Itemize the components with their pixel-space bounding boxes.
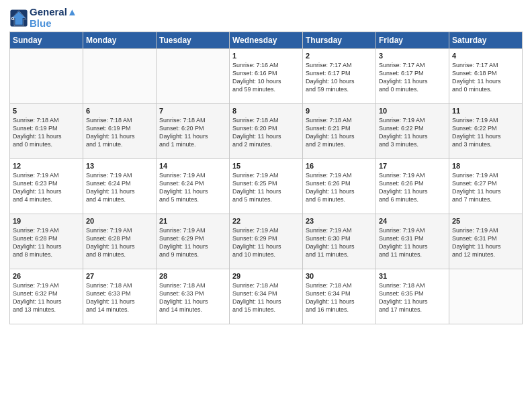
day-number: 13: [86, 162, 153, 170]
calendar-cell: 3Sunrise: 7:17 AM Sunset: 6:17 PM Daylig…: [376, 49, 449, 104]
calendar-header-sunday: Sunday: [10, 32, 83, 49]
calendar-header-row: SundayMondayTuesdayWednesdayThursdayFrid…: [10, 32, 523, 49]
calendar-cell: 22Sunrise: 7:19 AM Sunset: 6:29 PM Dayli…: [230, 214, 303, 269]
day-info: Sunrise: 7:19 AM Sunset: 6:28 PM Dayligh…: [13, 226, 80, 259]
calendar-week-2: 5Sunrise: 7:18 AM Sunset: 6:19 PM Daylig…: [10, 104, 523, 159]
calendar-cell: 30Sunrise: 7:18 AM Sunset: 6:34 PM Dayli…: [303, 269, 376, 324]
calendar-cell: 18Sunrise: 7:19 AM Sunset: 6:27 PM Dayli…: [449, 159, 523, 214]
day-number: 29: [232, 272, 300, 280]
day-info: Sunrise: 7:18 AM Sunset: 6:19 PM Dayligh…: [13, 116, 80, 149]
calendar-header-friday: Friday: [376, 32, 449, 49]
day-info: Sunrise: 7:19 AM Sunset: 6:22 PM Dayligh…: [452, 116, 519, 149]
calendar-cell: 1Sunrise: 7:16 AM Sunset: 6:16 PM Daylig…: [230, 49, 303, 104]
day-number: 8: [232, 107, 300, 115]
calendar-cell: 4Sunrise: 7:17 AM Sunset: 6:18 PM Daylig…: [449, 49, 523, 104]
day-number: 6: [86, 107, 153, 115]
day-number: 11: [452, 107, 519, 115]
day-number: 27: [86, 272, 153, 280]
calendar-week-1: 1Sunrise: 7:16 AM Sunset: 6:16 PM Daylig…: [10, 49, 523, 104]
calendar-cell: 31Sunrise: 7:18 AM Sunset: 6:35 PM Dayli…: [376, 269, 449, 324]
calendar-cell: 12Sunrise: 7:19 AM Sunset: 6:23 PM Dayli…: [10, 159, 83, 214]
calendar-cell: [83, 49, 157, 104]
day-info: Sunrise: 7:19 AM Sunset: 6:29 PM Dayligh…: [159, 226, 226, 259]
day-info: Sunrise: 7:19 AM Sunset: 6:24 PM Dayligh…: [86, 171, 153, 204]
day-number: 3: [379, 52, 446, 60]
day-info: Sunrise: 7:19 AM Sunset: 6:32 PM Dayligh…: [13, 281, 80, 314]
day-number: 31: [379, 272, 446, 280]
svg-text:G: G: [11, 15, 15, 20]
calendar-cell: [449, 269, 523, 324]
calendar-cell: 8Sunrise: 7:18 AM Sunset: 6:20 PM Daylig…: [230, 104, 303, 159]
calendar-cell: 5Sunrise: 7:18 AM Sunset: 6:19 PM Daylig…: [10, 104, 83, 159]
day-info: Sunrise: 7:18 AM Sunset: 6:34 PM Dayligh…: [306, 281, 373, 314]
calendar-cell: 24Sunrise: 7:19 AM Sunset: 6:31 PM Dayli…: [376, 214, 449, 269]
day-number: 16: [306, 162, 373, 170]
calendar-cell: 21Sunrise: 7:19 AM Sunset: 6:29 PM Dayli…: [157, 214, 230, 269]
day-info: Sunrise: 7:19 AM Sunset: 6:25 PM Dayligh…: [232, 171, 300, 204]
day-number: 7: [159, 107, 226, 115]
day-info: Sunrise: 7:19 AM Sunset: 6:24 PM Dayligh…: [159, 171, 226, 204]
calendar-cell: 7Sunrise: 7:18 AM Sunset: 6:20 PM Daylig…: [157, 104, 230, 159]
calendar-cell: 28Sunrise: 7:18 AM Sunset: 6:33 PM Dayli…: [157, 269, 230, 324]
calendar-cell: 25Sunrise: 7:19 AM Sunset: 6:31 PM Dayli…: [449, 214, 523, 269]
day-number: 22: [232, 217, 300, 225]
day-number: 14: [159, 162, 226, 170]
day-info: Sunrise: 7:18 AM Sunset: 6:34 PM Dayligh…: [232, 281, 300, 314]
calendar-week-5: 26Sunrise: 7:19 AM Sunset: 6:32 PM Dayli…: [10, 269, 523, 324]
calendar-cell: 20Sunrise: 7:19 AM Sunset: 6:28 PM Dayli…: [83, 214, 157, 269]
calendar-cell: 13Sunrise: 7:19 AM Sunset: 6:24 PM Dayli…: [83, 159, 157, 214]
day-number: 25: [452, 217, 519, 225]
day-number: 5: [13, 107, 80, 115]
calendar-cell: 27Sunrise: 7:18 AM Sunset: 6:33 PM Dayli…: [83, 269, 157, 324]
day-info: Sunrise: 7:18 AM Sunset: 6:33 PM Dayligh…: [86, 281, 153, 314]
day-info: Sunrise: 7:18 AM Sunset: 6:20 PM Dayligh…: [159, 116, 226, 149]
day-number: 10: [379, 107, 446, 115]
calendar-cell: 16Sunrise: 7:19 AM Sunset: 6:26 PM Dayli…: [303, 159, 376, 214]
logo-general: General▲: [30, 7, 77, 18]
calendar-header-wednesday: Wednesday: [230, 32, 303, 49]
calendar-header-saturday: Saturday: [449, 32, 523, 49]
day-number: 18: [452, 162, 519, 170]
day-number: 1: [232, 52, 300, 60]
calendar-cell: 10Sunrise: 7:19 AM Sunset: 6:22 PM Dayli…: [376, 104, 449, 159]
calendar-cell: 6Sunrise: 7:18 AM Sunset: 6:19 PM Daylig…: [83, 104, 157, 159]
day-number: 17: [379, 162, 446, 170]
calendar-cell: 11Sunrise: 7:19 AM Sunset: 6:22 PM Dayli…: [449, 104, 523, 159]
calendar-header-tuesday: Tuesday: [157, 32, 230, 49]
day-info: Sunrise: 7:19 AM Sunset: 6:22 PM Dayligh…: [379, 116, 446, 149]
calendar-cell: 29Sunrise: 7:18 AM Sunset: 6:34 PM Dayli…: [230, 269, 303, 324]
day-number: 24: [379, 217, 446, 225]
day-info: Sunrise: 7:17 AM Sunset: 6:17 PM Dayligh…: [379, 61, 446, 94]
day-info: Sunrise: 7:18 AM Sunset: 6:19 PM Dayligh…: [86, 116, 153, 149]
day-number: 15: [232, 162, 300, 170]
calendar-cell: [10, 49, 83, 104]
calendar-week-4: 19Sunrise: 7:19 AM Sunset: 6:28 PM Dayli…: [10, 214, 523, 269]
calendar-header-monday: Monday: [83, 32, 157, 49]
day-number: 12: [13, 162, 80, 170]
day-info: Sunrise: 7:19 AM Sunset: 6:26 PM Dayligh…: [379, 171, 446, 204]
calendar-cell: 2Sunrise: 7:17 AM Sunset: 6:17 PM Daylig…: [303, 49, 376, 104]
logo: G General▲ Blue: [9, 7, 77, 29]
header: G General▲ Blue: [9, 7, 523, 29]
logo-icon: G: [9, 9, 28, 28]
calendar-week-3: 12Sunrise: 7:19 AM Sunset: 6:23 PM Dayli…: [10, 159, 523, 214]
day-info: Sunrise: 7:16 AM Sunset: 6:16 PM Dayligh…: [232, 61, 300, 94]
day-number: 20: [86, 217, 153, 225]
calendar-table: SundayMondayTuesdayWednesdayThursdayFrid…: [9, 32, 523, 324]
day-number: 28: [159, 272, 226, 280]
day-info: Sunrise: 7:17 AM Sunset: 6:18 PM Dayligh…: [452, 61, 519, 94]
calendar-cell: 15Sunrise: 7:19 AM Sunset: 6:25 PM Dayli…: [230, 159, 303, 214]
calendar-cell: 19Sunrise: 7:19 AM Sunset: 6:28 PM Dayli…: [10, 214, 83, 269]
logo-blue: Blue: [30, 18, 77, 30]
calendar-cell: 17Sunrise: 7:19 AM Sunset: 6:26 PM Dayli…: [376, 159, 449, 214]
day-info: Sunrise: 7:17 AM Sunset: 6:17 PM Dayligh…: [306, 61, 373, 94]
day-number: 9: [306, 107, 373, 115]
day-info: Sunrise: 7:19 AM Sunset: 6:23 PM Dayligh…: [13, 171, 80, 204]
day-info: Sunrise: 7:19 AM Sunset: 6:27 PM Dayligh…: [452, 171, 519, 204]
day-info: Sunrise: 7:18 AM Sunset: 6:33 PM Dayligh…: [159, 281, 226, 314]
day-number: 21: [159, 217, 226, 225]
day-info: Sunrise: 7:19 AM Sunset: 6:31 PM Dayligh…: [379, 226, 446, 259]
calendar-header-thursday: Thursday: [303, 32, 376, 49]
day-info: Sunrise: 7:19 AM Sunset: 6:26 PM Dayligh…: [306, 171, 373, 204]
day-info: Sunrise: 7:19 AM Sunset: 6:31 PM Dayligh…: [452, 226, 519, 259]
